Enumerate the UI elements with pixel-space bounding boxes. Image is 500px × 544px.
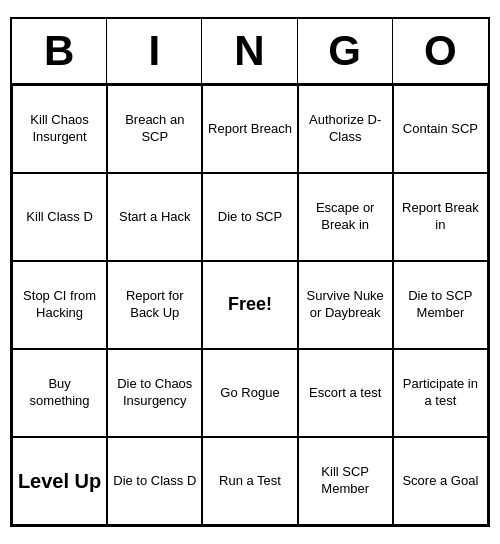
bingo-cell-5: Kill Class D	[12, 173, 107, 261]
bingo-cell-23: Kill SCP Member	[298, 437, 393, 525]
bingo-letter-I: I	[107, 19, 202, 83]
bingo-cell-1: Breach an SCP	[107, 85, 202, 173]
bingo-letter-G: G	[298, 19, 393, 83]
bingo-cell-9: Report Break in	[393, 173, 488, 261]
bingo-header: BINGO	[12, 19, 488, 85]
bingo-cell-16: Die to Chaos Insurgency	[107, 349, 202, 437]
bingo-cell-0: Kill Chaos Insurgent	[12, 85, 107, 173]
bingo-cell-11: Report for Back Up	[107, 261, 202, 349]
bingo-cell-15: Buy something	[12, 349, 107, 437]
bingo-cell-4: Contain SCP	[393, 85, 488, 173]
bingo-cell-13: Survive Nuke or Daybreak	[298, 261, 393, 349]
bingo-cell-12: Free!	[202, 261, 297, 349]
bingo-cell-17: Go Rogue	[202, 349, 297, 437]
bingo-cell-24: Score a Goal	[393, 437, 488, 525]
bingo-cell-6: Start a Hack	[107, 173, 202, 261]
bingo-letter-N: N	[202, 19, 297, 83]
bingo-cell-2: Report Breach	[202, 85, 297, 173]
bingo-letter-B: B	[12, 19, 107, 83]
bingo-cell-14: Die to SCP Member	[393, 261, 488, 349]
bingo-cell-8: Escape or Break in	[298, 173, 393, 261]
bingo-cell-3: Authorize D-Class	[298, 85, 393, 173]
bingo-cell-18: Escort a test	[298, 349, 393, 437]
bingo-cell-22: Run a Test	[202, 437, 297, 525]
bingo-letter-O: O	[393, 19, 488, 83]
bingo-cell-19: Participate in a test	[393, 349, 488, 437]
bingo-grid: Kill Chaos InsurgentBreach an SCPReport …	[12, 85, 488, 525]
bingo-cell-21: Die to Class D	[107, 437, 202, 525]
bingo-cell-7: Die to SCP	[202, 173, 297, 261]
bingo-cell-20: Level Up	[12, 437, 107, 525]
bingo-card: BINGO Kill Chaos InsurgentBreach an SCPR…	[10, 17, 490, 527]
bingo-cell-10: Stop CI from Hacking	[12, 261, 107, 349]
